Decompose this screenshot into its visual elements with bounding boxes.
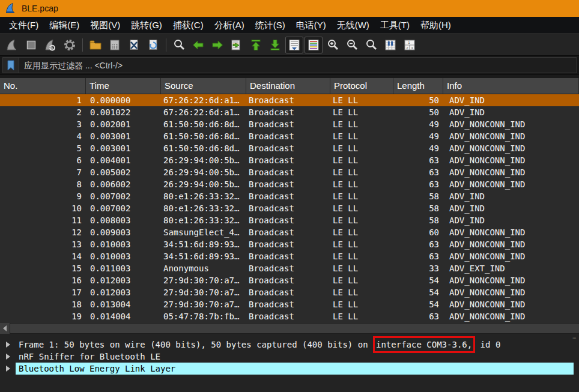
cell-time: 0.013004: [86, 298, 161, 310]
column-header-length[interactable]: Length: [393, 78, 443, 94]
column-header-info[interactable]: Info: [443, 78, 579, 94]
cell-no: 1: [0, 94, 86, 106]
detail-text-segment: id 0: [475, 340, 500, 349]
cell-source: 26:29:94:00:5b…: [161, 178, 246, 190]
start-capture-button[interactable]: [3, 37, 21, 53]
menu-edit[interactable]: 编辑(E): [44, 17, 85, 34]
detail-text: Frame 1: 50 bytes on wire (400 bits), 50…: [16, 339, 500, 351]
cell-info: ADV_NONCONN_IND: [443, 238, 579, 250]
cell-length: 54: [393, 274, 443, 286]
cell-destination: Broadcast: [246, 178, 330, 190]
cell-protocol: LE LL: [330, 238, 393, 250]
packet-row-6[interactable]: 60.00400126:29:94:00:5b…BroadcastLE LL63…: [0, 154, 579, 166]
menu-statistics[interactable]: 统计(S): [250, 17, 291, 34]
packet-row-5[interactable]: 50.00300161:50:50:d6:8d…BroadcastLE LL49…: [0, 142, 579, 154]
find-packet-button[interactable]: [170, 37, 188, 53]
reload-file-button[interactable]: [144, 37, 162, 53]
filter-bookmark-button[interactable]: [2, 58, 19, 73]
expander-arrow-icon[interactable]: [0, 354, 16, 360]
menu-file[interactable]: 文件(F): [4, 17, 44, 34]
menu-analyze[interactable]: 分析(A): [209, 17, 250, 34]
menu-go[interactable]: 跳转(G): [126, 17, 168, 34]
cell-source: 26:29:94:00:5b…: [161, 154, 246, 166]
detail-row-frame-summary[interactable]: Frame 1: 50 bytes on wire (400 bits), 50…: [0, 339, 579, 351]
menu-tools[interactable]: 工具(T): [375, 17, 415, 34]
zoom-original-button[interactable]: [362, 37, 380, 53]
toolbar-separator: [82, 38, 83, 52]
cell-no: 16: [0, 274, 86, 286]
menu-telephony[interactable]: 电话(Y): [291, 17, 332, 34]
packet-row-12[interactable]: 120.009003SamsungElect_4…BroadcastLE LL6…: [0, 226, 579, 238]
packet-detail-pane: ⋯ Frame 1: 50 bytes on wire (400 bits), …: [0, 334, 579, 392]
cell-destination: Broadcast: [246, 202, 330, 214]
packet-row-13[interactable]: 130.01000334:51:6d:89:93…BroadcastLE LL6…: [0, 238, 579, 250]
save-file-button[interactable]: [106, 37, 124, 53]
packet-row-7[interactable]: 70.00500226:29:94:00:5b…BroadcastLE LL63…: [0, 166, 579, 178]
close-file-button[interactable]: [125, 37, 143, 53]
go-last-button[interactable]: [266, 37, 284, 53]
packet-row-9[interactable]: 90.00700280:e1:26:33:32…BroadcastLE LL58…: [0, 190, 579, 202]
column-header-source[interactable]: Source: [161, 78, 246, 94]
packet-row-14[interactable]: 140.01000334:51:6d:89:93…BroadcastLE LL6…: [0, 250, 579, 262]
zoom-out-button[interactable]: [343, 37, 361, 53]
packet-row-18[interactable]: 180.01300427:9d:30:70:a7…BroadcastLE LL5…: [0, 298, 579, 310]
colorize-button[interactable]: [305, 37, 323, 53]
restart-capture-button[interactable]: [41, 37, 59, 53]
expander-arrow-icon[interactable]: [0, 366, 16, 372]
packet-row-4[interactable]: 40.00300161:50:50:d6:8d…BroadcastLE LL49…: [0, 130, 579, 142]
layout-panes-button[interactable]: 123: [401, 37, 419, 53]
display-filter-field[interactable]: [2, 57, 577, 73]
menu-help[interactable]: 帮助(H): [415, 17, 456, 34]
column-header-protocol[interactable]: Protocol: [330, 78, 393, 94]
cell-info: ADV_IND: [443, 202, 579, 214]
cell-protocol: LE LL: [330, 178, 393, 190]
packet-row-2[interactable]: 20.00102267:26:22:6d:a1…BroadcastLE LL50…: [0, 106, 579, 118]
toolbar-separator: [166, 38, 166, 52]
go-first-icon: [249, 38, 262, 52]
cell-length: 63: [393, 178, 443, 190]
cell-time: 0.010003: [86, 250, 161, 262]
go-back-button[interactable]: [189, 37, 207, 53]
horizontal-scrollbar[interactable]: [0, 323, 579, 334]
packet-row-19[interactable]: 190.01400405:47:78:7b:fb…BroadcastLE LL6…: [0, 310, 579, 322]
packet-row-11[interactable]: 110.00800380:e1:26:33:32…BroadcastLE LL5…: [0, 214, 579, 226]
zoom-in-button[interactable]: [324, 37, 342, 53]
cell-protocol: LE LL: [330, 250, 393, 262]
cell-info: ADV_IND: [443, 94, 579, 106]
start-capture-icon: [5, 38, 19, 52]
menu-wireless[interactable]: 无线(W): [332, 17, 375, 34]
detail-row-ble-link-layer[interactable]: Bluetooth Low Energy Link Layer: [0, 363, 579, 375]
wireshark-logo-icon: [5, 2, 17, 14]
column-header-time[interactable]: Time: [86, 78, 161, 94]
close-file-icon: [127, 38, 141, 52]
packet-row-17[interactable]: 170.01200327:9d:30:70:a7…BroadcastLE LL5…: [0, 286, 579, 298]
auto-scroll-button[interactable]: [285, 37, 303, 53]
packet-row-16[interactable]: 160.01200327:9d:30:70:a7…BroadcastLE LL5…: [0, 274, 579, 286]
detail-row-nrf-sniffer[interactable]: nRF Sniffer for Bluetooth LE: [0, 351, 579, 363]
go-first-button[interactable]: [247, 37, 265, 53]
go-forward-button[interactable]: [208, 37, 226, 53]
expander-arrow-icon[interactable]: [0, 342, 16, 348]
stop-capture-button[interactable]: [22, 37, 40, 53]
cell-length: 63: [393, 154, 443, 166]
scrollbar-thumb[interactable]: [10, 324, 579, 333]
cell-source: 61:50:50:d6:8d…: [161, 130, 246, 142]
packet-row-1[interactable]: 10.00000067:26:22:6d:a1…BroadcastLE LL50…: [0, 94, 579, 106]
scrollbar-left-arrow[interactable]: [0, 323, 10, 334]
cell-source: 05:47:78:7b:fb…: [161, 310, 246, 322]
packet-row-15[interactable]: 150.011003AnonymousBroadcastLE LL33ADV_E…: [0, 262, 579, 274]
packet-row-8[interactable]: 80.00600226:29:94:00:5b…BroadcastLE LL63…: [0, 178, 579, 190]
packet-row-10[interactable]: 100.00700280:e1:26:33:32…BroadcastLE LL5…: [0, 202, 579, 214]
menu-view[interactable]: 视图(V): [85, 17, 126, 34]
open-file-button[interactable]: [86, 37, 105, 53]
capture-options-button[interactable]: [61, 37, 79, 53]
column-header-no[interactable]: No.: [0, 78, 86, 94]
packet-row-3[interactable]: 30.00200161:50:50:d6:8d…BroadcastLE LL49…: [0, 118, 579, 130]
go-to-packet-button[interactable]: [228, 37, 246, 53]
menu-capture[interactable]: 捕获(C): [168, 17, 209, 34]
display-filter-input[interactable]: [19, 61, 577, 70]
left-arrow-icon: [3, 325, 7, 331]
restart-capture-icon: [44, 38, 57, 52]
resize-columns-button[interactable]: [381, 37, 399, 53]
column-header-destination[interactable]: Destination: [246, 78, 330, 94]
